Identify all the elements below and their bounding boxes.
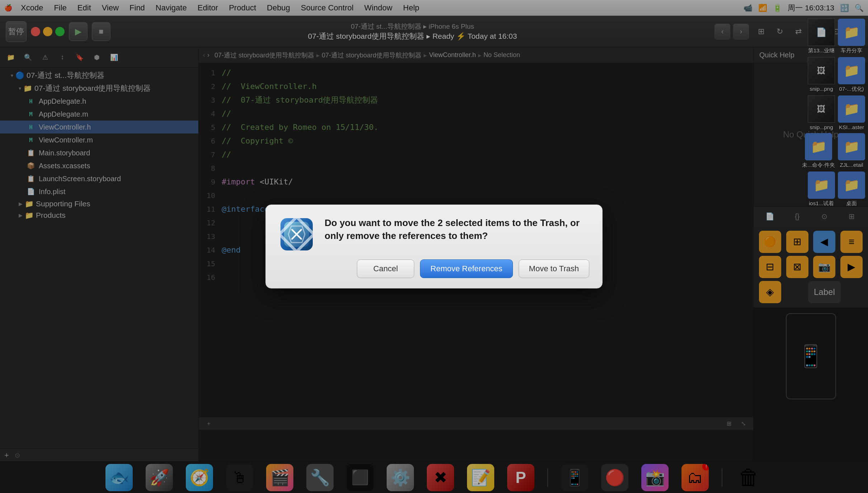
modal-body: Do you want to move the 2 selected items…: [279, 216, 589, 252]
dialog-icon: [279, 216, 315, 252]
svg-line-3: [292, 230, 301, 239]
cancel-button[interactable]: Cancel: [357, 259, 414, 278]
move-to-trash-button[interactable]: Move to Trash: [519, 259, 589, 278]
svg-line-2: [292, 230, 301, 239]
remove-references-button[interactable]: Remove References: [420, 259, 513, 278]
delete-confirmation-dialog: Do you want to move the 2 selected items…: [265, 205, 603, 288]
dialog-title: Do you want to move the 2 selected items…: [325, 216, 589, 243]
modal-overlay: Do you want to move the 2 selected items…: [0, 0, 868, 493]
svg-rect-0: [284, 222, 309, 247]
dialog-text: Do you want to move the 2 selected items…: [325, 216, 589, 245]
xcode-app-icon: [280, 218, 313, 250]
dialog-buttons: Cancel Remove References Move to Trash: [279, 259, 589, 278]
svg-marker-1: [288, 226, 305, 243]
